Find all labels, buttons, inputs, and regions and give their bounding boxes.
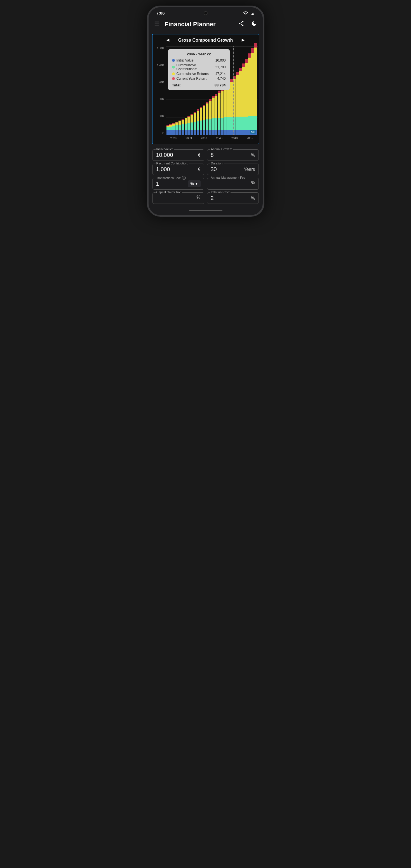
- dark-mode-button[interactable]: [250, 19, 258, 29]
- chart-inner: 2046 - Year 22 Initial Value: 10,000 Cum…: [166, 46, 258, 142]
- bar-segment-initial: [224, 130, 227, 135]
- bar-segment-curyear: [236, 72, 239, 75]
- tooltip-label-curyear: Current Year Return:: [177, 76, 207, 81]
- bar-segment-contrib: [206, 119, 208, 130]
- status-icons: [243, 11, 255, 15]
- cc-badge: CC: [250, 130, 256, 134]
- form-field-unit-initial-value: €: [198, 153, 201, 158]
- chevron-down-icon: ▼: [195, 182, 198, 186]
- form-field-value-initial-value: 10,000: [156, 152, 173, 158]
- bar-segment-curyear: [254, 43, 257, 48]
- bar-group: [175, 122, 178, 135]
- bar-segment-returns: [182, 120, 184, 124]
- form-field-duration[interactable]: Duration:30Years: [207, 163, 259, 175]
- form-field-unit-annual-management-fee: %: [251, 180, 255, 185]
- bar-segment-curyear: [248, 54, 251, 58]
- bar-segment-contrib: [178, 125, 181, 130]
- form-field-annual-management-fee[interactable]: Annual Management Fee:%: [207, 178, 259, 190]
- fee-select-transactions-fee[interactable]: %▼: [188, 180, 200, 187]
- bar-group: [182, 119, 184, 135]
- bar-segment-contrib: [236, 117, 239, 130]
- chart-title: Gross Compound Growth: [178, 38, 233, 43]
- bar-group: [224, 85, 227, 135]
- chart-next-button[interactable]: ►: [238, 37, 248, 43]
- form-field-value-duration: 30: [211, 166, 217, 173]
- tooltip-total-value: 83,734: [214, 83, 226, 87]
- form-field-transactions-fee[interactable]: Transactions Fee:ℹ1%▼: [152, 178, 204, 190]
- bar-segment-contrib: [203, 120, 205, 130]
- bar-group: [239, 68, 242, 135]
- form-field-value-transactions-fee: 1: [156, 181, 159, 187]
- bar-segment-contrib: [167, 127, 169, 130]
- tooltip-row-contrib: Cummulative Contributions: 21,780: [172, 63, 226, 71]
- bar-segment-initial: [239, 130, 242, 135]
- bar-segment-initial: [200, 130, 202, 135]
- form-field-value-annual-growth: 8: [211, 152, 214, 158]
- y-label-30k: 30K: [159, 114, 164, 118]
- share-button[interactable]: [237, 19, 245, 29]
- form-field-unit-recurrent-contribution: €: [198, 167, 201, 172]
- bar-segment-initial: [230, 130, 233, 135]
- info-icon[interactable]: ℹ: [182, 176, 186, 180]
- form-field-row-recurrent-contribution: 1,000€: [156, 166, 201, 173]
- bar-segment-contrib: [194, 122, 196, 130]
- chart-prev-button[interactable]: ◄: [163, 37, 173, 43]
- form-field-annual-growth[interactable]: Annual Growth:8%: [207, 149, 259, 161]
- menu-button[interactable]: ☰: [153, 20, 161, 29]
- form-field-initial-value[interactable]: Initial Value:10,000€: [152, 149, 204, 161]
- bar-group: [218, 91, 221, 135]
- bar-segment-initial: [178, 130, 181, 135]
- form-field-label-annual-management-fee: Annual Management Fee:: [210, 176, 247, 179]
- bar-segment-contrib: [212, 118, 214, 130]
- phone-frame: 7:06 ☰ Financial Planner: [147, 6, 264, 217]
- tooltip-value-returns: 47,214: [215, 72, 226, 76]
- bar-group: [206, 102, 208, 135]
- form-field-inflation-rate[interactable]: Inflation Rate:2%: [207, 192, 259, 204]
- form-field-label-duration: Duration:: [210, 162, 225, 165]
- bar-segment-initial: [215, 130, 217, 135]
- bar-group: [172, 123, 175, 135]
- bar-segment-returns: [221, 91, 224, 118]
- bar-group: [197, 109, 199, 135]
- bar-group: [245, 59, 247, 135]
- bar-segment-returns: [224, 88, 227, 117]
- bar-segment-initial: [190, 130, 193, 135]
- chart-area: 150K 120K 90K 60K 30K 0: [154, 46, 258, 142]
- bar-group: [200, 107, 202, 135]
- tooltip-label-returns: Cummulative Returns:: [177, 72, 210, 76]
- bar-group: [212, 96, 214, 135]
- bar-segment-initial: [194, 130, 196, 135]
- x-label-2043: 2043: [216, 137, 223, 140]
- form-field-label-inflation-rate: Inflation Rate:: [210, 190, 231, 194]
- tooltip-row-curyear: Current Year Return: 4,740: [172, 76, 226, 81]
- dashed-indicator-line: [233, 46, 234, 135]
- form-field-label-capital-gains-tax: Capital Gains Tax:: [155, 190, 182, 194]
- bar-segment-initial: [209, 130, 211, 135]
- bar-segment-initial: [182, 130, 184, 135]
- bar-segment-returns: [175, 122, 178, 126]
- status-time: 7:06: [156, 11, 165, 16]
- form-field-row-initial-value: 10,000€: [156, 152, 201, 158]
- tooltip-row-initial: Initial Value: 10,000: [172, 58, 226, 62]
- tooltip-label-contrib: Cummulative Contributions:: [177, 63, 215, 71]
- x-axis: 2028 2033 2038 2043 2048 205+: [166, 135, 258, 142]
- y-label-0: 0: [162, 131, 164, 135]
- bar-segment-returns: [242, 67, 245, 117]
- bar-segment-contrib: [221, 118, 224, 130]
- bar-segment-initial: [172, 130, 175, 135]
- app-header-left: ☰ Financial Planner: [153, 20, 216, 29]
- form-field-recurrent-contribution[interactable]: Recurrent Contribution:1,000€: [152, 163, 204, 175]
- bar-segment-returns: [200, 108, 202, 121]
- bar-segment-contrib: [245, 117, 247, 130]
- form-field-capital-gains-tax[interactable]: Capital Gains Tax:%: [152, 192, 204, 204]
- bar-segment-returns: [251, 53, 254, 116]
- bar-group: [221, 88, 224, 135]
- header-icons: [237, 19, 258, 29]
- form-field-label-recurrent-contribution: Recurrent Contribution:: [155, 162, 189, 165]
- form-section: Initial Value:10,000€Annual Growth:8%Rec…: [149, 146, 263, 207]
- bar-segment-contrib: [175, 125, 178, 130]
- form-field-row-capital-gains-tax: %: [156, 195, 201, 200]
- x-label-2038: 2038: [201, 137, 207, 140]
- x-label-2048: 2048: [231, 137, 238, 140]
- bar-segment-initial: [242, 130, 245, 135]
